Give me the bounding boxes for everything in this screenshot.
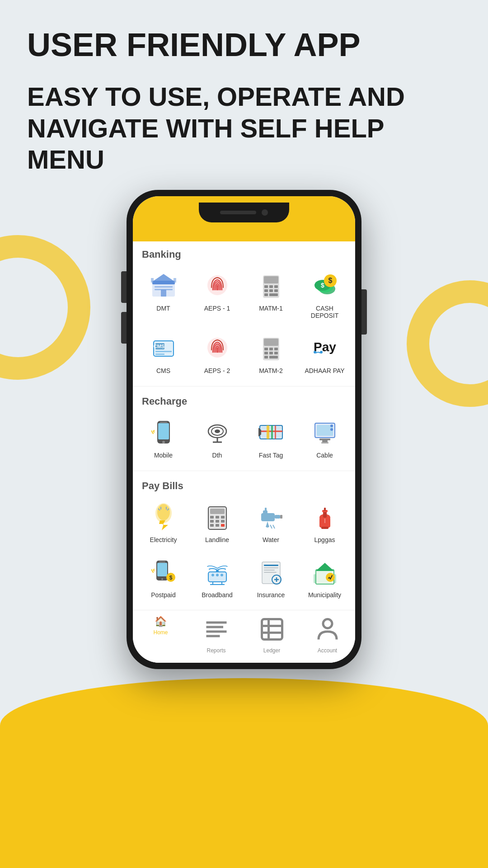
- broadband-icon: [202, 556, 233, 588]
- recharge-mobile[interactable]: Mobile: [137, 411, 189, 464]
- recharge-cable[interactable]: Cable: [299, 411, 351, 464]
- section-paybills-header: Pay Bills: [133, 473, 355, 495]
- paybills-postpaid[interactable]: $ Postpaid: [137, 551, 189, 604]
- svg-rect-77: [210, 509, 225, 514]
- paybills-electricity[interactable]: Electricity: [137, 495, 189, 549]
- paybills-grid: Electricity: [133, 495, 355, 610]
- cms-label: CMS: [156, 367, 170, 374]
- paybills-lpggas[interactable]: Lpggas: [299, 495, 351, 549]
- svg-rect-95: [323, 511, 327, 518]
- svg-rect-2: [155, 286, 173, 288]
- svg-rect-18: [269, 293, 278, 296]
- nav-account-label: Account: [318, 647, 337, 654]
- aeps2-label: AEPS - 2: [204, 367, 230, 374]
- svg-rect-34: [264, 348, 268, 350]
- side-button-power: [361, 289, 367, 335]
- phone-top-bar: [133, 196, 355, 241]
- bottom-nav: 🏠 Home Reports: [133, 610, 355, 663]
- svg-rect-11: [264, 285, 268, 288]
- svg-rect-33: [264, 339, 278, 346]
- reports-icon: [203, 616, 230, 646]
- mobile-icon: [148, 416, 179, 448]
- svg-rect-7: [174, 278, 176, 283]
- svg-rect-36: [274, 348, 278, 350]
- banking-cashdeposit[interactable]: $ $ CASH DEPOSIT: [299, 264, 351, 325]
- ledger-icon: [258, 616, 286, 646]
- broadband-label: Broadband: [202, 591, 233, 599]
- landline-icon: [202, 501, 233, 533]
- banking-matm1[interactable]: MATM-1: [245, 264, 297, 325]
- svg-rect-89: [280, 515, 282, 519]
- side-button-vol-up: [121, 271, 127, 303]
- banking-matm2[interactable]: MATM-2: [245, 326, 297, 380]
- svg-rect-1: [152, 281, 175, 284]
- section-recharge-header: Recharge: [133, 388, 355, 411]
- lpggas-icon: [309, 501, 341, 533]
- nav-account[interactable]: Account: [300, 616, 355, 654]
- phone-frame: Banking: [127, 190, 361, 669]
- phone-content[interactable]: Banking: [133, 241, 355, 610]
- electricity-icon: [148, 501, 179, 533]
- svg-point-112: [216, 574, 219, 576]
- svg-point-111: [211, 574, 214, 576]
- banking-dmt[interactable]: DMT: [137, 264, 189, 325]
- svg-point-127: [326, 573, 335, 582]
- paybills-insurance[interactable]: Insurance: [245, 551, 297, 604]
- paybills-broadband[interactable]: Broadband: [191, 551, 243, 604]
- svg-rect-117: [264, 567, 278, 568]
- svg-point-43: [314, 351, 316, 354]
- svg-point-101: [161, 578, 163, 580]
- svg-point-47: [162, 441, 165, 443]
- matm1-icon: [255, 269, 287, 301]
- cashdeposit-icon: $ $: [309, 269, 341, 301]
- svg-rect-118: [264, 570, 275, 571]
- paybills-municipality[interactable]: Municipality: [299, 551, 351, 604]
- divider-1: [133, 386, 355, 387]
- paybills-loan[interactable]: $ $ Loan: [137, 606, 189, 610]
- svg-rect-80: [221, 516, 225, 519]
- svg-rect-17: [264, 293, 268, 296]
- recharge-fasttag[interactable]: Fast Tag: [245, 411, 297, 464]
- svg-rect-16: [274, 289, 278, 292]
- svg-rect-87: [261, 513, 275, 521]
- nav-home[interactable]: 🏠 Home: [133, 616, 188, 654]
- svg-rect-88: [275, 515, 280, 519]
- svg-rect-48: [160, 422, 167, 423]
- nav-reports[interactable]: Reports: [188, 616, 244, 654]
- svg-marker-126: [316, 563, 334, 571]
- aeps1-icon: [202, 269, 233, 301]
- svg-rect-64: [319, 439, 330, 440]
- svg-point-142: [323, 619, 332, 628]
- landline-label: Landline: [205, 536, 229, 543]
- banking-aeps2[interactable]: AEPS - 2: [191, 326, 243, 380]
- municipality-icon: [309, 556, 341, 588]
- paybills-landline[interactable]: Landline: [191, 495, 243, 549]
- svg-rect-13: [274, 285, 278, 288]
- banking-cms[interactable]: CMS CMS: [137, 326, 189, 380]
- phone-mockup: Banking: [127, 190, 361, 669]
- postpaid-icon: $: [148, 556, 179, 588]
- svg-rect-119: [264, 572, 277, 573]
- paybills-water[interactable]: Water: [245, 495, 297, 549]
- svg-rect-14: [264, 289, 268, 292]
- matm1-label: MATM-1: [259, 305, 283, 312]
- phone-inner: Banking: [133, 196, 355, 663]
- adhaar-pay-label: ADHAAR PAY: [305, 367, 344, 374]
- bg-decoration-left: [0, 235, 90, 380]
- recharge-dth[interactable]: Dth: [191, 411, 243, 464]
- dmt-icon: [148, 269, 179, 301]
- banking-adhaar-pay[interactable]: Pay ADHAAR PAY: [299, 326, 351, 380]
- svg-rect-100: [157, 563, 167, 576]
- banking-aeps1[interactable]: AEPS - 1: [191, 264, 243, 325]
- svg-text:$: $: [321, 282, 324, 289]
- svg-rect-41: [269, 356, 278, 359]
- aeps1-label: AEPS - 1: [204, 305, 230, 312]
- side-button-vol-down: [121, 312, 127, 344]
- fasttag-icon: [255, 416, 287, 448]
- svg-rect-12: [269, 285, 273, 288]
- svg-rect-29: [155, 351, 172, 352]
- adhaar-pay-icon: Pay: [309, 332, 341, 363]
- matm2-label: MATM-2: [259, 367, 283, 374]
- nav-ledger[interactable]: Ledger: [244, 616, 300, 654]
- svg-rect-85: [216, 524, 219, 527]
